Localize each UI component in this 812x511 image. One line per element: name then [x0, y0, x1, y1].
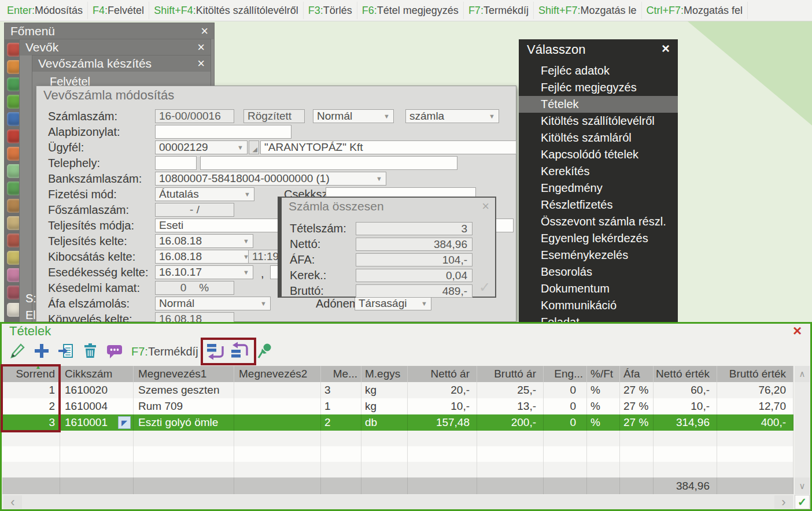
cell-megnevezes2[interactable]: [234, 382, 321, 398]
col-afa[interactable]: Áfa: [620, 366, 654, 382]
close-icon[interactable]: ×: [793, 322, 802, 340]
dropdown-icon[interactable]: ▼: [244, 191, 250, 198]
move-row-down-icon[interactable]: [205, 341, 225, 361]
module-icon[interactable]: [7, 164, 21, 178]
table-row-selected[interactable]: 3 1610001 ◤ Eszti golyó ömle 2 db 157,48…: [2, 414, 793, 431]
col-brutto-ertek[interactable]: Bruttó érték: [717, 366, 793, 382]
cell-megnevezes2[interactable]: [234, 398, 321, 414]
scroll-up-button[interactable]: ∧: [795, 366, 810, 382]
shortcut-torles[interactable]: F3:Törlés: [304, 2, 357, 19]
cell-netto-ertek[interactable]: 10,-: [654, 398, 717, 414]
scroll-left-button[interactable]: ‹: [3, 495, 22, 509]
ugyfel-lookup-button[interactable]: ◢: [249, 140, 259, 154]
adonem-combo[interactable]: Társasági▼: [355, 297, 431, 310]
col-megnevezes1[interactable]: Megnevezés1: [134, 366, 234, 382]
shortcut-modositas[interactable]: Enter:Módosítás: [2, 2, 88, 19]
cell-mennyiseg[interactable]: 1: [321, 398, 361, 414]
table-row[interactable]: 2 1610004 Rum 709 1 kg 10,- 13,- 0 % 27 …: [2, 398, 793, 414]
dropdown-icon[interactable]: ▼: [237, 144, 243, 151]
chooser-item-kitoltes-szamlarol[interactable]: Kitöltés számláról: [519, 129, 678, 146]
fizetesi-mod-combo[interactable]: Átutalás▼: [155, 187, 254, 201]
col-netto-ar[interactable]: Nettó ár: [408, 366, 477, 382]
col-engedmeny[interactable]: Eng...: [544, 366, 587, 382]
drill-down-button[interactable]: ◤: [118, 416, 131, 429]
module-icon[interactable]: [7, 95, 21, 109]
scroll-down-button[interactable]: ∨: [795, 477, 810, 494]
close-icon[interactable]: ×: [482, 199, 489, 214]
module-icon[interactable]: [7, 268, 21, 282]
cell-sorrend[interactable]: 1: [2, 382, 60, 398]
chooser-item-kommunikacio[interactable]: Kommunikáció: [519, 297, 678, 314]
cell-netto-ertek[interactable]: 314,96: [654, 414, 717, 431]
cell-brutto-ar[interactable]: 13,-: [477, 398, 544, 414]
dropdown-icon[interactable]: ▼: [260, 300, 267, 307]
cell-engedmeny[interactable]: 0: [544, 398, 587, 414]
delete-icon[interactable]: [80, 341, 100, 361]
chooser-item-feladat[interactable]: Feladat: [519, 314, 678, 322]
chooser-item-fejlec-megjegyzes[interactable]: Fejléc megjegyzés: [519, 79, 678, 96]
chooser-item-fejlec-adatok[interactable]: Fejléc adatok: [519, 62, 678, 79]
module-icon[interactable]: [7, 182, 21, 195]
module-icon[interactable]: [7, 112, 21, 126]
module-icon[interactable]: [7, 60, 21, 74]
cell-afa[interactable]: 27 %: [620, 382, 654, 398]
chooser-item-kitoltes-szallitolevelrol[interactable]: Kitöltés szállítólevélről: [519, 113, 678, 129]
chooser-item-egyenleg-lekerdezes[interactable]: Egyenleg lekérdezés: [519, 230, 678, 247]
module-icon[interactable]: [7, 251, 21, 265]
col-cikkszam[interactable]: Cikkszám: [60, 366, 134, 382]
dropdown-icon[interactable]: ▼: [421, 300, 427, 307]
dropdown-icon[interactable]: ▼: [243, 269, 249, 276]
copy-to-document-icon[interactable]: [56, 341, 76, 361]
ugyfel-code-combo[interactable]: 00002129▼: [155, 140, 248, 154]
chooser-item-kapcsolodo-tetelek[interactable]: Kapcsolódó tételek: [519, 146, 678, 163]
cell-engedmeny[interactable]: 0: [544, 382, 587, 398]
afa-elszamolas-combo[interactable]: Normál▼: [155, 297, 271, 310]
shortcut-tetel-megjegyzes[interactable]: F6:Tétel megjegyzés: [357, 2, 464, 19]
shortcut-mozgatas-le[interactable]: Shift+F7:Mozgatás le: [534, 2, 642, 19]
dropdown-icon[interactable]: ▼: [376, 175, 382, 182]
bankszamla-combo[interactable]: 10800007-58418004-00000000 (1)▼: [155, 172, 386, 186]
kibocsatas-kelte-combo[interactable]: 16.08.18▼: [155, 250, 253, 264]
cell-sorrend[interactable]: 2: [2, 398, 60, 414]
scroll-right-button[interactable]: ›: [774, 495, 793, 509]
esedekesseg-kelte-combo[interactable]: 16.10.17▼: [155, 265, 253, 279]
table-row[interactable]: 1 1610020 Szemes geszten 3 kg 20,- 25,- …: [2, 382, 793, 398]
module-icon[interactable]: [7, 234, 21, 247]
module-icon[interactable]: [7, 199, 21, 213]
cell-brutto-ertek[interactable]: 400,-: [717, 414, 793, 431]
chooser-item-kerekites[interactable]: Kerekítés: [519, 163, 678, 180]
shortcut-termekdij[interactable]: F7:Termékdíj: [464, 2, 534, 19]
close-icon[interactable]: ×: [197, 41, 205, 54]
module-icon[interactable]: [7, 147, 21, 161]
cell-sorrend[interactable]: 3: [2, 414, 60, 431]
dropdown-icon[interactable]: ▼: [383, 113, 390, 120]
cell-brutto-ar[interactable]: 25,-: [477, 382, 544, 398]
szamlaszam-field[interactable]: 16-00/00016: [155, 109, 234, 123]
col-pft[interactable]: %/Ft: [587, 366, 620, 382]
cell-cikkszam[interactable]: 1610020: [60, 382, 134, 398]
invoice-mode-combo[interactable]: Normál▼: [313, 109, 394, 123]
kesedelmi-kamat-field[interactable]: 0%: [155, 281, 234, 295]
chooser-item-reszletfizetes[interactable]: Részletfizetés: [519, 197, 678, 213]
col-megys[interactable]: M.egys: [361, 366, 408, 382]
panel-f7-shortcut[interactable]: F7:Termékdíj: [131, 343, 198, 360]
cell-brutto-ertek[interactable]: 76,20: [717, 382, 793, 398]
col-netto-ertek[interactable]: Nettó érték: [654, 366, 717, 382]
cell-megnevezes2[interactable]: [234, 414, 321, 431]
ugyfel-name-field[interactable]: "ARANYTOPÁZ" Kft: [260, 140, 516, 154]
confirm-button[interactable]: ✓: [795, 495, 810, 509]
cell-netto-ertek[interactable]: 60,-: [654, 382, 717, 398]
doc-type-combo[interactable]: számla▼: [405, 109, 499, 123]
col-megnevezes2[interactable]: Megnevezés2: [234, 366, 321, 382]
shortcut-kitoltes-szallitolevelrol[interactable]: Shift+F4:Kitöltés szállítólevélről: [149, 2, 304, 19]
cell-megnevezes1[interactable]: Szemes geszten: [134, 382, 234, 398]
cell-megys[interactable]: db: [361, 414, 408, 431]
col-brutto-ar[interactable]: Bruttó ár: [477, 366, 544, 382]
move-row-up-icon[interactable]: [230, 341, 249, 361]
close-icon[interactable]: ×: [201, 25, 208, 38]
close-icon[interactable]: ×: [197, 57, 205, 70]
dropdown-icon[interactable]: ▼: [489, 113, 495, 120]
teljesites-kelte-combo[interactable]: 16.08.18▼: [155, 234, 253, 248]
module-icon[interactable]: [7, 286, 21, 299]
cell-mennyiseg[interactable]: 3: [321, 382, 361, 398]
